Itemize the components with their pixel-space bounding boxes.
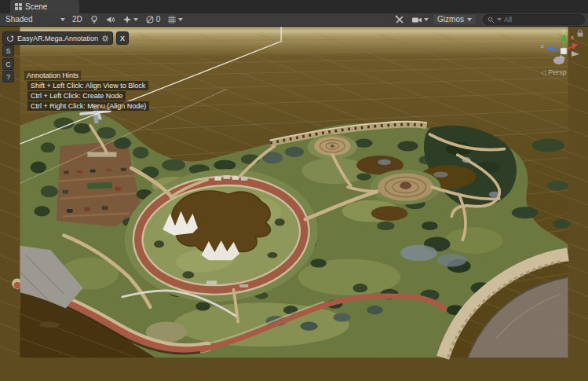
gear-icon[interactable] — [101, 35, 109, 42]
chevron-down-icon — [60, 18, 65, 21]
scene-visibility-button[interactable]: 0 — [143, 14, 163, 25]
scene-search-box[interactable] — [483, 14, 585, 25]
persp-arrow-icon: ◁ — [541, 69, 546, 76]
projection-mode[interactable]: ◁ Persp — [541, 68, 567, 76]
chevron-down-icon — [133, 18, 138, 21]
mini-lock-icon[interactable] — [576, 29, 584, 37]
lightbulb-icon — [89, 15, 99, 24]
easyar-annotation-panel: EasyAR.Mega.Annotation X — [2, 31, 129, 45]
left-plaza — [57, 140, 141, 226]
annotation-help-button[interactable]: ? — [2, 71, 14, 82]
scene-viewport[interactable]: EasyAR.Mega.Annotation X S C ? Annotatio… — [0, 27, 588, 381]
z-axis-label: z — [541, 43, 544, 49]
draw-mode-label: Shaded — [5, 16, 32, 24]
annotation-tool-icon — [6, 35, 14, 42]
component-tools-button[interactable] — [393, 14, 407, 25]
close-panel-button[interactable]: X — [116, 31, 129, 45]
scene-tab-label: Scene — [25, 2, 47, 11]
visibility-slash-icon — [145, 15, 155, 24]
camera-icon — [411, 15, 422, 24]
speaker-icon — [106, 15, 115, 24]
unity-scene-window: Scene Shaded 2D — [0, 0, 588, 381]
scene-tab-grid-icon — [15, 3, 22, 10]
annotation-s-button[interactable]: S — [2, 45, 14, 57]
z-axis-cone[interactable] — [546, 46, 554, 52]
search-filter-caret-icon — [497, 18, 502, 21]
x-axis-cone[interactable] — [572, 43, 578, 49]
chevron-down-icon — [424, 18, 429, 21]
hint-align-view: Shift + Left Click: Align View to Block — [27, 81, 148, 90]
scene-3d-view[interactable] — [0, 27, 588, 381]
hint-menu-align-node: Ctrl + Right Click: Menu (Align Node) — [27, 101, 149, 111]
tab-bar: Scene — [0, 0, 588, 13]
scene-toolbar: Shaded 2D — [0, 13, 588, 27]
lighting-toggle-button[interactable] — [87, 14, 101, 25]
draw-mode-dropdown[interactable]: Shaded — [3, 15, 68, 24]
negative-x-cone[interactable] — [572, 51, 579, 57]
easyar-panel-title: EasyAR.Mega.Annotation — [17, 35, 98, 42]
y-axis-label: y — [562, 28, 565, 35]
chevron-down-icon — [178, 18, 183, 21]
toggle-2d-button[interactable]: 2D — [70, 15, 85, 24]
gizmos-label: Gizmos — [437, 16, 464, 24]
annotation-hints-title: Annotation Hints — [24, 71, 81, 80]
effects-dropdown-button[interactable] — [120, 14, 141, 25]
scene-camera-settings-button[interactable] — [409, 14, 431, 25]
hint-create-node: Ctrl + Left Click: Create Node — [27, 91, 126, 101]
easyar-panel-header[interactable]: EasyAR.Mega.Annotation — [2, 31, 113, 45]
gizmos-dropdown[interactable]: Gizmos — [433, 15, 476, 24]
chevron-down-icon — [467, 18, 472, 21]
tools-wrench-icon — [395, 15, 404, 24]
y-axis-cone[interactable] — [560, 34, 568, 42]
annotation-c-button[interactable]: C — [2, 58, 14, 70]
effects-sparkle-icon — [122, 15, 132, 24]
tab-scene[interactable]: Scene — [10, 0, 79, 13]
gizmo-center-cube[interactable] — [561, 48, 567, 54]
search-input[interactable] — [504, 16, 580, 24]
hidden-object-count: 0 — [156, 16, 161, 24]
projection-label: Persp — [548, 68, 567, 76]
audio-toggle-button[interactable] — [104, 14, 118, 25]
x-axis-label: x — [571, 35, 574, 40]
grid-toggle-icon — [167, 15, 177, 24]
search-icon — [488, 16, 495, 24]
negative-y-cone[interactable] — [553, 57, 564, 64]
spiral-circle-large — [371, 170, 440, 205]
grid-visibility-button[interactable] — [165, 14, 185, 25]
